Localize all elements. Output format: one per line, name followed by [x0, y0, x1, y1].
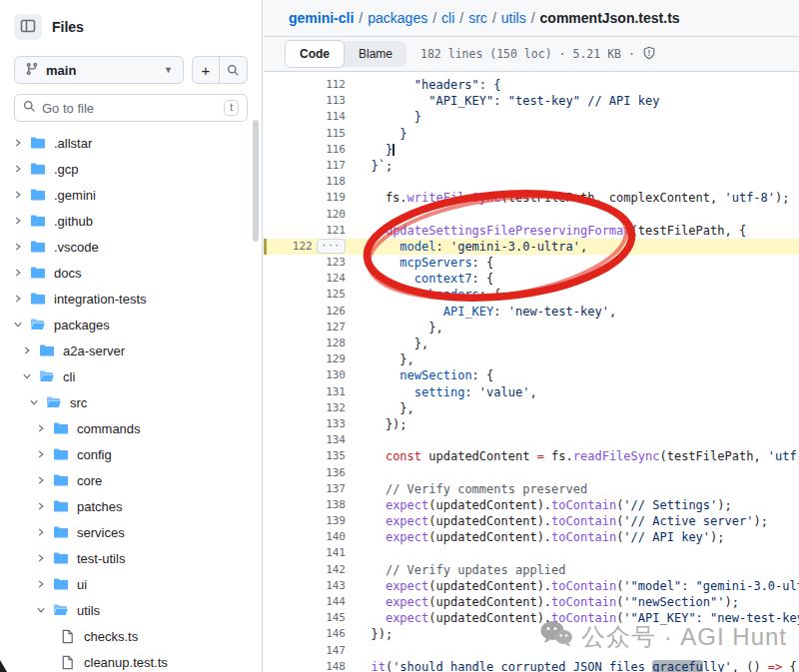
branch-selector[interactable]: main ▼ [14, 56, 184, 84]
breadcrumb-link-cli[interactable]: cli [441, 10, 454, 26]
shield-icon[interactable] [642, 46, 656, 63]
line-number[interactable]: 119 [264, 190, 346, 206]
tree-item-cli[interactable]: cli [0, 363, 258, 389]
tree-item-a2a-server[interactable]: a2a-server [0, 337, 258, 363]
tree-item-docs[interactable]: docs [0, 260, 258, 286]
folder-icon [53, 420, 69, 436]
tree-item-integration-tests[interactable]: integration-tests [0, 286, 258, 312]
chevron-down-icon: ▼ [164, 65, 173, 75]
line-number[interactable]: 146 [264, 626, 346, 642]
tree-item-checks.ts[interactable]: checks.ts [0, 623, 258, 649]
line-number[interactable]: 142 [264, 562, 346, 578]
line-number[interactable]: 137 [264, 481, 346, 497]
tree-item-src[interactable]: src [0, 389, 258, 415]
line-number[interactable]: 135 [264, 448, 346, 464]
chevron-right-icon[interactable] [33, 553, 49, 563]
line-number[interactable]: 130 [264, 367, 346, 383]
collapse-sidebar-button[interactable] [14, 14, 42, 40]
line-number[interactable]: 147 [264, 643, 346, 659]
chevron-down-icon[interactable] [33, 605, 49, 615]
shortcut-key-badge: t [224, 100, 239, 116]
line-number[interactable]: 121 [264, 223, 346, 239]
line-number[interactable]: 113 [264, 93, 346, 109]
line-number[interactable]: 139 [264, 513, 346, 529]
line-number[interactable]: 128 [264, 336, 346, 351]
tree-item-.gcp[interactable]: .gcp [0, 156, 258, 182]
goto-file-search[interactable]: t [14, 94, 248, 122]
tree-item-patches[interactable]: patches [0, 493, 258, 519]
line-number[interactable]: 134 [264, 432, 346, 448]
tree-item-.github[interactable]: .github [0, 208, 258, 234]
tab-code[interactable]: Code [285, 40, 345, 68]
chevron-right-icon[interactable] [33, 579, 49, 589]
tree-item-commands[interactable]: commands [0, 415, 258, 441]
add-file-button[interactable]: + [193, 57, 220, 83]
line-number[interactable]: 122··· [264, 239, 346, 255]
chevron-down-icon[interactable] [26, 397, 42, 407]
tree-item-ui[interactable]: ui [0, 571, 258, 597]
chevron-down-icon[interactable] [19, 371, 35, 381]
chevron-right-icon[interactable] [19, 345, 35, 355]
line-number[interactable]: 112 [264, 77, 346, 93]
line-number[interactable]: 124 [264, 271, 346, 287]
breadcrumb-separator: / [432, 10, 436, 26]
line-number[interactable]: 125 [264, 287, 346, 303]
search-tree-button[interactable] [220, 57, 247, 83]
tab-blame[interactable]: Blame [345, 41, 406, 67]
chevron-right-icon[interactable] [10, 242, 26, 252]
breadcrumb-link-utils[interactable]: utils [501, 10, 526, 26]
line-number[interactable]: 123 [264, 255, 346, 271]
breadcrumb-link-packages[interactable]: packages [368, 10, 427, 26]
line-number[interactable]: 133 [264, 416, 346, 432]
chevron-down-icon[interactable] [10, 320, 26, 330]
line-number[interactable]: 129 [264, 351, 346, 367]
tree-item-test-utils[interactable]: test-utils [0, 545, 258, 571]
chevron-right-icon[interactable] [10, 190, 26, 200]
breadcrumb-link-src[interactable]: src [468, 10, 487, 26]
tree-item-utils[interactable]: utils [0, 597, 258, 623]
line-number[interactable]: 138 [264, 497, 346, 513]
line-number[interactable]: 144 [264, 594, 346, 610]
line-number[interactable]: 131 [264, 384, 346, 400]
line-number[interactable]: 127 [264, 320, 346, 336]
line-number[interactable]: 116 [264, 142, 346, 158]
tree-item-label: .gemini [54, 188, 96, 203]
chevron-right-icon[interactable] [10, 216, 26, 226]
line-number[interactable]: 126 [264, 304, 346, 320]
line-number[interactable]: 118 [264, 174, 346, 190]
chevron-right-icon[interactable] [10, 294, 26, 304]
tree-item-.gemini[interactable]: .gemini [0, 182, 258, 208]
goto-file-input[interactable] [42, 101, 218, 116]
line-number[interactable]: 132 [264, 400, 346, 416]
chevron-right-icon[interactable] [33, 501, 49, 511]
code-line-text: "headers": { [357, 77, 501, 93]
tree-item-core[interactable]: core [0, 467, 258, 493]
chevron-right-icon[interactable] [33, 449, 49, 459]
chevron-right-icon[interactable] [33, 475, 49, 485]
chevron-right-icon[interactable] [10, 138, 26, 148]
tree-item-.vscode[interactable]: .vscode [0, 234, 258, 260]
line-number[interactable]: 117 [264, 158, 346, 174]
chevron-right-icon[interactable] [10, 164, 26, 174]
tree-item-.allstar[interactable]: .allstar [0, 130, 258, 156]
line-number[interactable]: 120 [264, 207, 346, 223]
line-number[interactable]: 114 [264, 109, 346, 125]
folder-icon [30, 187, 46, 203]
line-number[interactable]: 140 [264, 529, 346, 545]
chevron-right-icon[interactable] [10, 268, 26, 278]
chevron-right-icon[interactable] [33, 527, 49, 537]
tree-item-cleanup.test.ts[interactable]: cleanup.test.ts [0, 649, 258, 672]
tree-item-config[interactable]: config [0, 441, 258, 467]
line-number[interactable]: 115 [264, 126, 346, 142]
sidebar-scrollbar[interactable] [253, 120, 259, 242]
breadcrumb-repo-link[interactable]: gemini-cli [289, 10, 354, 26]
line-number[interactable]: 143 [264, 578, 346, 594]
line-number[interactable]: 145 [264, 610, 346, 626]
tree-item-packages[interactable]: packages [0, 312, 258, 337]
line-number[interactable]: 136 [264, 465, 346, 481]
line-actions-kebab-button[interactable]: ··· [317, 239, 346, 254]
line-number[interactable]: 148 [264, 659, 346, 672]
tree-item-services[interactable]: services [0, 519, 258, 545]
chevron-right-icon[interactable] [33, 423, 49, 433]
line-number[interactable]: 141 [264, 545, 346, 561]
